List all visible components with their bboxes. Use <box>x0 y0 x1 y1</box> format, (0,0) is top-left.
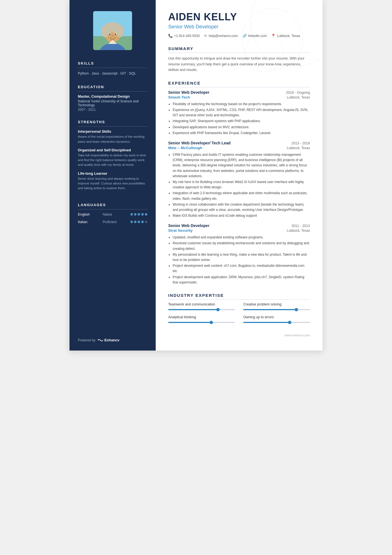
summary-section: SUMMARY Use this opportunity to intrigue… <box>168 46 310 73</box>
languages-section: LANGUAGES English Native Italian Profici… <box>78 203 147 227</box>
job-title: Senior Web Developer <box>168 24 310 30</box>
education-title: EDUCATION <box>78 85 147 92</box>
bullet: Project development web content: ch7.com… <box>173 263 310 274</box>
contact-website: 🔗 linkedin.com <box>242 34 267 38</box>
expertise-item-2: Analytical thinking <box>168 315 235 323</box>
job-1-bullets: CRM Factory plans and builds IT systems … <box>168 152 310 218</box>
strength-name-2: Life-long Learner <box>78 171 147 176</box>
job-0-company-row: Smash Tech Lubbock, Texas <box>168 95 310 99</box>
lang-dot <box>130 213 133 216</box>
expertise-section: INDUSTRY EXPERTISE Teamwork and communic… <box>168 293 310 323</box>
contact-row: 📞 +1-914-345-5530 ✉ help@enhancv.com 🔗 l… <box>168 34 310 38</box>
lang-dot <box>145 213 147 216</box>
job-1-role: Senior Web Developer/ Tech Lead <box>168 141 230 145</box>
expertise-grid: Teamwork and communication Creative prob… <box>168 302 310 323</box>
bullet: My personalized is like learning a new t… <box>173 252 310 263</box>
job-0-header: Senior Web Developer 2018 - Ongoing <box>168 90 310 95</box>
lang-dot <box>141 213 144 216</box>
expertise-label-3: Owning up to errors <box>243 315 310 319</box>
expertise-item-0: Teamwork and communication <box>168 302 235 310</box>
strength-item: Life-long Learner Never done learning an… <box>78 171 147 191</box>
lang-dot <box>141 221 144 223</box>
brand-name: Enhancv <box>104 338 119 342</box>
email-icon: ✉ <box>204 34 207 38</box>
expertise-title: INDUSTRY EXPERTISE <box>168 293 310 300</box>
lang-dot <box>138 213 140 216</box>
expertise-label-0: Teamwork and communication <box>168 302 235 306</box>
svg-point-11 <box>109 33 111 35</box>
website-value: linkedin.com <box>248 34 267 38</box>
bullet: Make iOS Builds with Cordova and xCode d… <box>173 213 310 218</box>
expertise-bar-fill-1 <box>243 309 297 310</box>
expertise-bar-track-3 <box>243 322 310 323</box>
skills-section: SKILLS Python · Java · Javascript · GIT … <box>78 61 147 77</box>
sidebar-footer: Powered by Enhancv <box>78 332 147 342</box>
lang-dot <box>134 221 137 223</box>
lang-name-english: English <box>78 212 97 216</box>
language-row-english: English Native <box>78 212 147 216</box>
lang-level-english: Native <box>103 213 125 216</box>
bullet: Resolved customer issues by establishing… <box>173 241 310 251</box>
job-2-location: Lubbock, Texas <box>287 229 310 233</box>
svg-point-8 <box>116 25 124 37</box>
summary-text: Use this opportunity to intrigue and dra… <box>168 56 310 73</box>
expertise-bar-fill-2 <box>168 322 212 323</box>
lang-dots-english <box>130 213 147 216</box>
email-value: help@enhancv.com <box>209 34 238 38</box>
strength-name-1: Organized and Self Disciplined <box>78 148 147 152</box>
powered-by-label: Powered by <box>78 338 95 342</box>
job-1-location: Lubbock, Texas <box>287 146 310 150</box>
job-1-company: Metz – McCullough <box>168 146 202 150</box>
svg-point-7 <box>101 25 109 37</box>
contact-location: 📍 Lubbock, Texas <box>271 34 300 38</box>
experience-section: EXPERIENCE Senior Web Developer 2018 - O… <box>168 81 310 285</box>
strength-desc-2: Never done learning and always seeking t… <box>78 176 147 191</box>
job-1-header: Senior Web Developer/ Tech Lead 2013 - 2… <box>168 141 310 145</box>
lang-level-italian: Proficient <box>103 220 125 224</box>
link-icon: 🔗 <box>242 34 247 38</box>
bullet: Project development web application: DRM… <box>173 275 310 285</box>
bullet: Integrating SAP, Sharepoint systems with… <box>173 119 310 124</box>
expertise-bar-track-1 <box>243 309 310 310</box>
expertise-item-1: Creative problem solving <box>243 302 310 310</box>
strengths-title: STRENGTHS <box>78 120 147 127</box>
expertise-item-3: Owning up to errors <box>243 315 310 323</box>
enhancv-logo: Enhancv <box>98 338 119 342</box>
strength-item: Organized and Self Disciplined Take full… <box>78 148 147 167</box>
lang-dot <box>134 213 137 216</box>
job-0-company: Smash Tech <box>168 95 190 99</box>
language-row-italian: Italian Proficient <box>78 220 147 224</box>
job-2-role: Senior Web Developer <box>168 223 209 228</box>
strength-item: Interpersonal Skills Aware of the social… <box>78 129 147 144</box>
expertise-label-2: Analytical thinking <box>168 315 235 319</box>
bullet: CRM Factory plans and builds IT systems … <box>173 152 310 179</box>
job-2-dates: 2011 - 2013 <box>291 224 310 228</box>
expertise-label-1: Creative problem solving <box>243 302 310 306</box>
sidebar: SKILLS Python · Java · Javascript · GIT … <box>70 0 156 351</box>
bullet: Updated, modified and expanded existing … <box>173 235 310 240</box>
expertise-bar-fill-3 <box>243 322 290 323</box>
job-2: Senior Web Developer 2011 - 2013 Strat S… <box>168 223 310 285</box>
edu-school: National Yunlin University of Science an… <box>78 99 147 107</box>
job-0-bullets: Flexibility of switching the technology … <box>168 102 310 136</box>
lang-dots-italian <box>130 221 147 223</box>
lang-dot-empty <box>145 221 147 223</box>
bullet: Experience on jQuery, AJAX, XHTML, CSS, … <box>173 107 310 118</box>
location-value: Lubbock, Texas <box>277 34 300 38</box>
job-1: Senior Web Developer/ Tech Lead 2013 - 2… <box>168 141 310 218</box>
edu-degree: Master, Computational Design <box>78 94 147 98</box>
job-2-bullets: Updated, modified and expanded existing … <box>168 235 310 285</box>
phone-icon: 📞 <box>168 34 173 38</box>
contact-phone: 📞 +1-914-345-5530 <box>168 34 200 38</box>
job-0-role: Senior Web Developer <box>168 90 209 95</box>
summary-title: SUMMARY <box>168 46 310 53</box>
job-1-company-row: Metz – McCullough Lubbock, Texas <box>168 146 310 150</box>
skills-list: Python · Java · Javascript · GIT · SQL <box>78 71 147 77</box>
expertise-bar-track-0 <box>168 309 235 310</box>
svg-point-12 <box>115 33 116 35</box>
resume-container: SKILLS Python · Java · Javascript · GIT … <box>70 0 322 351</box>
lang-dot <box>130 221 133 223</box>
bullet: Working in close collaboration with the … <box>173 202 310 213</box>
strengths-section: STRENGTHS Interpersonal Skills Aware of … <box>78 120 147 194</box>
edu-year: 2007 - 2011 <box>78 108 147 112</box>
